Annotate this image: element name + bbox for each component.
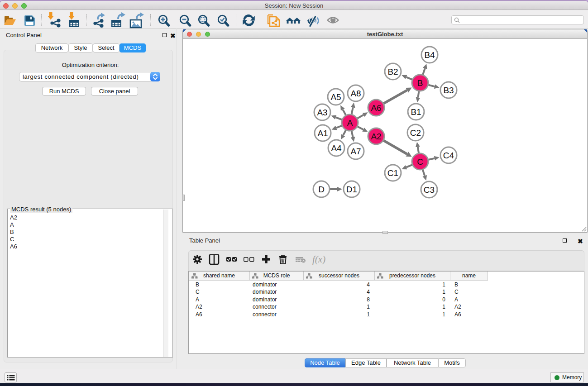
svg-text:B2: B2: [387, 67, 398, 76]
svg-text:A6: A6: [371, 103, 381, 113]
svg-text:B1: B1: [411, 107, 421, 117]
svg-text:C: C: [417, 157, 423, 167]
svg-text:A: A: [347, 118, 353, 128]
svg-text:A2: A2: [371, 132, 381, 141]
svg-text:C2: C2: [410, 128, 421, 138]
svg-text:B: B: [417, 78, 423, 88]
svg-text:D1: D1: [346, 185, 357, 194]
svg-text:A4: A4: [331, 143, 342, 153]
svg-text:A8: A8: [350, 89, 361, 98]
svg-text:C3: C3: [424, 185, 435, 195]
svg-text:A5: A5: [330, 92, 341, 102]
svg-text:C4: C4: [443, 151, 454, 160]
svg-text:B3: B3: [443, 86, 454, 95]
svg-text:A1: A1: [317, 129, 328, 138]
svg-text:D: D: [318, 185, 325, 194]
svg-text:A3: A3: [317, 108, 327, 117]
svg-text:f(x): f(x): [312, 254, 325, 265]
svg-text:C1: C1: [387, 168, 398, 178]
svg-text:A7: A7: [350, 147, 361, 156]
svg-text:B4: B4: [424, 50, 435, 60]
